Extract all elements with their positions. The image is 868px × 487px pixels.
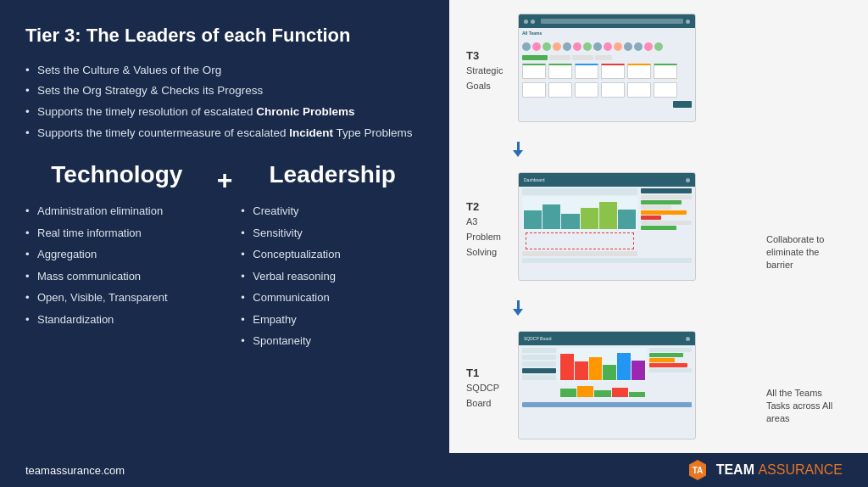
t2-info: T2 A3 ProblemSolving bbox=[466, 195, 513, 259]
t2-num: T2 bbox=[466, 200, 513, 213]
t1-info: T1 SQDCPBoard bbox=[466, 361, 513, 410]
leadership-item-4: Verbal reasoning bbox=[241, 266, 424, 288]
bullet-2: Sets the Org Strategy & Checks its Progr… bbox=[25, 81, 424, 102]
tier-title: Tier 3: The Leaders of each Function bbox=[25, 24, 424, 48]
leadership-item-6: Empathy bbox=[241, 309, 424, 331]
tech-item-6: Standardization bbox=[25, 309, 209, 331]
leadership-list: Creativity Sensitivity Conceptualization… bbox=[241, 200, 424, 352]
t3-row: T3 StrategicGoals All Teams bbox=[466, 14, 758, 122]
svg-text:TA: TA bbox=[692, 466, 703, 475]
plus-sign: + bbox=[209, 165, 242, 196]
right-panel: T3 StrategicGoals All Teams bbox=[449, 0, 868, 453]
leadership-item-7: Spontaneity bbox=[241, 330, 424, 352]
t1-screenshot: SQDCP Board bbox=[518, 331, 696, 439]
t3-num: T3 bbox=[466, 49, 513, 62]
t2-row: T2 A3 ProblemSolving Dashboard bbox=[466, 172, 758, 281]
footer: teamassurance.com TA TEAM ASSURANCE bbox=[0, 453, 868, 487]
side-notes: Collaborate to eliminate the barrier All… bbox=[766, 14, 851, 439]
bullet-1: Sets the Culture & Values of the Org bbox=[25, 60, 424, 81]
t3-desc: StrategicGoals bbox=[466, 65, 503, 91]
tech-item-1: Administration elimination bbox=[25, 200, 209, 222]
two-column-section: Technology Administration elimination Re… bbox=[25, 161, 424, 352]
tech-list: Administration elimination Real time inf… bbox=[25, 200, 209, 330]
leadership-item-2: Sensitivity bbox=[241, 222, 424, 244]
tech-item-5: Open, Visible, Transparent bbox=[25, 287, 209, 309]
left-panel: Tier 3: The Leaders of each Function Set… bbox=[0, 0, 449, 453]
tech-title: Technology bbox=[25, 161, 209, 188]
leadership-item-5: Communication bbox=[241, 287, 424, 309]
brand-name: TEAM bbox=[716, 462, 754, 477]
t2-note: Collaborate to eliminate the barrier bbox=[766, 199, 843, 272]
leadership-title: Leadership bbox=[241, 161, 424, 188]
leadership-column: Leadership Creativity Sensitivity Concep… bbox=[241, 161, 424, 352]
bullet-3: Supports the timely resolution of escala… bbox=[25, 102, 424, 123]
t2-desc: A3 ProblemSolving bbox=[466, 216, 501, 257]
t3-screenshot: All Teams bbox=[518, 14, 696, 122]
technology-column: Technology Administration elimination Re… bbox=[25, 161, 209, 352]
brand-text: TEAM ASSURANCE bbox=[716, 462, 843, 478]
tech-item-2: Real time information bbox=[25, 222, 209, 244]
t3-info: T3 StrategicGoals bbox=[466, 44, 513, 92]
footer-website: teamassurance.com bbox=[25, 464, 125, 477]
leadership-item-3: Conceptualization bbox=[241, 244, 424, 266]
main-bullet-list: Sets the Culture & Values of the Org Set… bbox=[25, 60, 424, 145]
brand-logo: TA TEAM ASSURANCE bbox=[686, 458, 843, 482]
tech-item-4: Mass communication bbox=[25, 266, 209, 288]
leadership-item-1: Creativity bbox=[241, 200, 424, 222]
t2-screenshot: Dashboard bbox=[518, 172, 696, 281]
brand-icon: TA bbox=[686, 458, 709, 482]
t1-note: All the Teams Tasks across All areas bbox=[766, 353, 843, 426]
brand-suffix: ASSURANCE bbox=[758, 462, 843, 477]
tech-item-3: Aggregation bbox=[25, 244, 209, 266]
t1-num: T1 bbox=[466, 367, 513, 379]
arrow-segment-2 bbox=[466, 300, 758, 316]
bullet-4: Supports the timely countermeasure of es… bbox=[25, 123, 424, 144]
t1-desc: SQDCPBoard bbox=[466, 383, 499, 408]
t1-row: T1 SQDCPBoard SQDCP Board bbox=[466, 331, 758, 439]
arrow-segment-1 bbox=[466, 142, 758, 157]
